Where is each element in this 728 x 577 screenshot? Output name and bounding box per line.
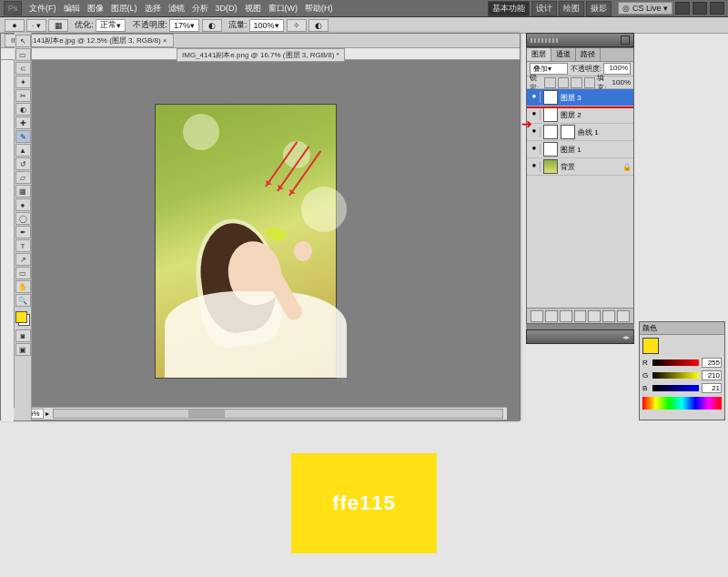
layer-mask-icon[interactable]	[560, 310, 572, 322]
menu-file[interactable]: 文件(F)	[29, 3, 56, 15]
secondary-document-tab[interactable]: IMG_4141副本e.png @ 16.7% (图层 3, RGB/8) *	[177, 48, 345, 62]
layer-group-icon[interactable]	[588, 310, 601, 322]
layer-name[interactable]: 图层 3	[561, 93, 581, 103]
b-slider[interactable]	[652, 385, 699, 391]
color-swatches[interactable]	[15, 311, 30, 326]
color-spectrum[interactable]	[642, 397, 722, 410]
menu-filter[interactable]: 滤镜	[168, 3, 185, 15]
workspace-paint-tab[interactable]: 绘图	[559, 1, 584, 16]
mask-thumbnail[interactable]	[561, 125, 575, 139]
layer-item[interactable]: ● 背景 🔒	[527, 158, 633, 176]
lasso-tool-icon[interactable]: ⊂	[15, 62, 31, 75]
visibility-icon[interactable]: ●	[529, 144, 541, 155]
brush-preset-icon[interactable]: ●	[5, 19, 25, 32]
layer-thumbnail[interactable]	[543, 125, 558, 139]
layer-item[interactable]: ● 图层 2	[527, 106, 633, 124]
lock-position-icon[interactable]	[571, 77, 582, 88]
layer-name[interactable]: 曲线 1	[578, 127, 599, 137]
type-tool-icon[interactable]: T	[15, 239, 31, 252]
dodge-tool-icon[interactable]: ◯	[15, 212, 31, 225]
r-value[interactable]: 255	[702, 358, 722, 368]
status-info-icon[interactable]: ▸	[46, 410, 49, 418]
workspace-photo-tab[interactable]: 摄影	[586, 1, 612, 16]
marquee-tool-icon[interactable]: ▭	[15, 48, 31, 61]
brush-panel-icon[interactable]: ▦	[48, 19, 68, 32]
path-tool-icon[interactable]: ↗	[15, 253, 31, 266]
stamp-tool-icon[interactable]: ▲	[15, 144, 31, 157]
gradient-tool-icon[interactable]: ▦	[15, 185, 31, 197]
layer-thumbnail[interactable]	[543, 90, 558, 105]
r-slider[interactable]	[652, 359, 699, 366]
g-slider[interactable]	[652, 372, 699, 379]
crop-tool-icon[interactable]: ✂	[15, 89, 31, 102]
layer-style-icon[interactable]	[545, 310, 558, 322]
channels-tab[interactable]: 通道	[551, 48, 576, 61]
menu-window[interactable]: 窗口(W)	[268, 3, 298, 15]
history-brush-icon[interactable]: ↺	[15, 157, 31, 170]
brush-size-dropdown[interactable]: · ▾	[26, 19, 46, 32]
lock-pixels-icon[interactable]	[558, 77, 570, 88]
menu-analysis[interactable]: 分析	[192, 3, 208, 15]
panel-header[interactable]	[526, 33, 634, 47]
horizontal-scrollbar[interactable]	[53, 409, 503, 419]
flow-field[interactable]: 100% ▾	[249, 19, 284, 32]
menu-3d[interactable]: 3D(D)	[216, 4, 238, 13]
eraser-tool-icon[interactable]: ▱	[15, 171, 31, 184]
canvas-area[interactable]	[15, 60, 520, 421]
workspace-basic-tab[interactable]: 基本功能	[488, 1, 530, 16]
delete-layer-icon[interactable]	[617, 310, 630, 322]
window-max-icon[interactable]	[693, 2, 707, 15]
layers-tab[interactable]: 图层	[527, 48, 551, 61]
airbrush-icon[interactable]: ✧	[287, 19, 307, 32]
menu-edit[interactable]: 编辑	[64, 3, 80, 15]
tablet-pressure-icon[interactable]: ◐	[308, 19, 329, 32]
layer-item[interactable]: ● 曲线 1	[527, 124, 633, 141]
quickmask-icon[interactable]: ◙	[15, 329, 31, 342]
workspace-design-tab[interactable]: 设计	[531, 1, 557, 16]
window-close-icon[interactable]	[710, 2, 724, 15]
visibility-icon[interactable]: ●	[529, 92, 541, 103]
collapse-icon[interactable]	[621, 35, 630, 45]
layer-name[interactable]: 背景	[561, 162, 575, 172]
new-layer-icon[interactable]	[602, 310, 615, 322]
opacity-field[interactable]: 17% ▾	[169, 19, 199, 32]
brush-tool-icon[interactable]: ✎	[15, 130, 31, 143]
opacity-pressure-icon[interactable]: ◐	[202, 19, 222, 32]
color-tab[interactable]: 颜色	[642, 323, 657, 333]
shape-tool-icon[interactable]: ▭	[15, 267, 31, 279]
layer-thumbnail[interactable]	[543, 107, 558, 122]
layer-name[interactable]: 图层 1	[561, 145, 581, 155]
paths-tab[interactable]: 路径	[576, 48, 601, 61]
menu-select[interactable]: 选择	[145, 3, 161, 15]
layer-item[interactable]: ● 图层 3	[527, 89, 633, 106]
pen-tool-icon[interactable]: ✒	[15, 226, 31, 238]
link-layers-icon[interactable]	[531, 310, 543, 322]
layer-thumbnail[interactable]	[543, 159, 558, 174]
g-value[interactable]: 210	[702, 370, 722, 380]
layer-name[interactable]: 图层 2	[561, 110, 581, 120]
cs-live-button[interactable]: ◎ CS Live ▾	[618, 2, 672, 15]
menu-layer[interactable]: 图层(L)	[111, 3, 137, 15]
lock-all-icon[interactable]	[584, 77, 596, 88]
lock-transparency-icon[interactable]	[544, 77, 556, 88]
move-tool-icon[interactable]: ↖	[15, 35, 31, 47]
screenmode-icon[interactable]: ▣	[15, 343, 31, 356]
window-min-icon[interactable]	[675, 2, 690, 15]
layer-item[interactable]: ● 图层 1	[527, 141, 633, 158]
visibility-icon[interactable]: ●	[529, 161, 541, 172]
hand-tool-icon[interactable]: ✋	[15, 280, 31, 293]
b-value[interactable]: 21	[702, 383, 722, 393]
adjustment-layer-icon[interactable]	[574, 310, 587, 322]
blend-mode-select[interactable]: 正常 ▾	[96, 19, 126, 32]
color-panel-swatch[interactable]	[642, 338, 659, 354]
eyedropper-tool-icon[interactable]: ◐	[15, 103, 31, 116]
menu-image[interactable]: 图像	[87, 3, 104, 15]
menu-help[interactable]: 帮助(H)	[305, 3, 333, 15]
layer-thumbnail[interactable]	[543, 142, 558, 157]
collapsed-panel[interactable]: ◂▸	[526, 329, 634, 344]
blur-tool-icon[interactable]: ●	[15, 198, 31, 211]
heal-tool-icon[interactable]: ✚	[15, 116, 31, 129]
foreground-color-swatch[interactable]	[15, 311, 27, 323]
wand-tool-icon[interactable]: ✦	[15, 76, 31, 88]
layer-fill-field[interactable]: 100%	[612, 78, 631, 86]
